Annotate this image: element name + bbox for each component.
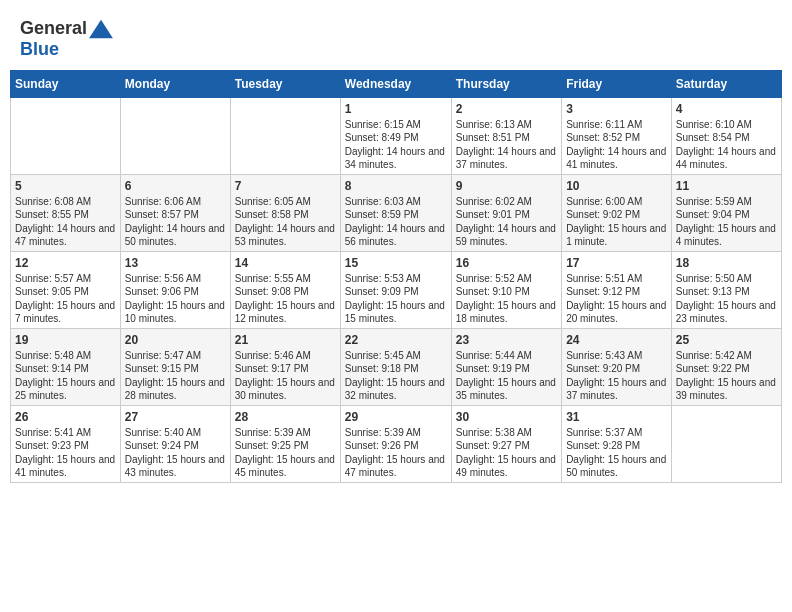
page-header: GeneralBlue bbox=[10, 10, 782, 66]
weekday-header-wednesday: Wednesday bbox=[340, 70, 451, 97]
calendar-cell: 15Sunrise: 5:53 AM Sunset: 9:09 PM Dayli… bbox=[340, 251, 451, 328]
day-number: 2 bbox=[456, 102, 557, 116]
day-info: Sunrise: 6:03 AM Sunset: 8:59 PM Dayligh… bbox=[345, 195, 447, 249]
calendar-cell bbox=[230, 97, 340, 174]
day-info: Sunrise: 5:47 AM Sunset: 9:15 PM Dayligh… bbox=[125, 349, 226, 403]
weekday-header-monday: Monday bbox=[120, 70, 230, 97]
calendar-cell: 5Sunrise: 6:08 AM Sunset: 8:55 PM Daylig… bbox=[11, 174, 121, 251]
weekday-header-sunday: Sunday bbox=[11, 70, 121, 97]
calendar-cell: 14Sunrise: 5:55 AM Sunset: 9:08 PM Dayli… bbox=[230, 251, 340, 328]
svg-marker-0 bbox=[89, 20, 113, 38]
calendar-week-row: 12Sunrise: 5:57 AM Sunset: 9:05 PM Dayli… bbox=[11, 251, 782, 328]
day-number: 6 bbox=[125, 179, 226, 193]
day-info: Sunrise: 5:42 AM Sunset: 9:22 PM Dayligh… bbox=[676, 349, 777, 403]
day-number: 23 bbox=[456, 333, 557, 347]
calendar-cell: 2Sunrise: 6:13 AM Sunset: 8:51 PM Daylig… bbox=[451, 97, 561, 174]
calendar-cell: 3Sunrise: 6:11 AM Sunset: 8:52 PM Daylig… bbox=[562, 97, 672, 174]
day-info: Sunrise: 6:06 AM Sunset: 8:57 PM Dayligh… bbox=[125, 195, 226, 249]
calendar-cell: 13Sunrise: 5:56 AM Sunset: 9:06 PM Dayli… bbox=[120, 251, 230, 328]
calendar-cell: 31Sunrise: 5:37 AM Sunset: 9:28 PM Dayli… bbox=[562, 405, 672, 482]
logo-icon bbox=[87, 18, 115, 40]
calendar-cell: 30Sunrise: 5:38 AM Sunset: 9:27 PM Dayli… bbox=[451, 405, 561, 482]
calendar-cell: 1Sunrise: 6:15 AM Sunset: 8:49 PM Daylig… bbox=[340, 97, 451, 174]
day-number: 5 bbox=[15, 179, 116, 193]
day-info: Sunrise: 5:56 AM Sunset: 9:06 PM Dayligh… bbox=[125, 272, 226, 326]
day-number: 26 bbox=[15, 410, 116, 424]
calendar-cell: 21Sunrise: 5:46 AM Sunset: 9:17 PM Dayli… bbox=[230, 328, 340, 405]
day-number: 27 bbox=[125, 410, 226, 424]
weekday-header-saturday: Saturday bbox=[671, 70, 781, 97]
day-info: Sunrise: 6:08 AM Sunset: 8:55 PM Dayligh… bbox=[15, 195, 116, 249]
calendar-cell: 22Sunrise: 5:45 AM Sunset: 9:18 PM Dayli… bbox=[340, 328, 451, 405]
day-info: Sunrise: 5:39 AM Sunset: 9:26 PM Dayligh… bbox=[345, 426, 447, 480]
calendar-cell: 29Sunrise: 5:39 AM Sunset: 9:26 PM Dayli… bbox=[340, 405, 451, 482]
weekday-header-row: SundayMondayTuesdayWednesdayThursdayFrid… bbox=[11, 70, 782, 97]
calendar-cell bbox=[11, 97, 121, 174]
calendar-week-row: 1Sunrise: 6:15 AM Sunset: 8:49 PM Daylig… bbox=[11, 97, 782, 174]
day-info: Sunrise: 5:38 AM Sunset: 9:27 PM Dayligh… bbox=[456, 426, 557, 480]
calendar-cell: 18Sunrise: 5:50 AM Sunset: 9:13 PM Dayli… bbox=[671, 251, 781, 328]
day-number: 17 bbox=[566, 256, 667, 270]
day-number: 30 bbox=[456, 410, 557, 424]
day-number: 11 bbox=[676, 179, 777, 193]
calendar-cell: 8Sunrise: 6:03 AM Sunset: 8:59 PM Daylig… bbox=[340, 174, 451, 251]
day-info: Sunrise: 5:50 AM Sunset: 9:13 PM Dayligh… bbox=[676, 272, 777, 326]
calendar-cell: 27Sunrise: 5:40 AM Sunset: 9:24 PM Dayli… bbox=[120, 405, 230, 482]
weekday-header-friday: Friday bbox=[562, 70, 672, 97]
calendar-cell: 7Sunrise: 6:05 AM Sunset: 8:58 PM Daylig… bbox=[230, 174, 340, 251]
day-number: 22 bbox=[345, 333, 447, 347]
day-number: 15 bbox=[345, 256, 447, 270]
day-info: Sunrise: 5:51 AM Sunset: 9:12 PM Dayligh… bbox=[566, 272, 667, 326]
calendar-cell bbox=[671, 405, 781, 482]
calendar-week-row: 19Sunrise: 5:48 AM Sunset: 9:14 PM Dayli… bbox=[11, 328, 782, 405]
calendar-cell: 9Sunrise: 6:02 AM Sunset: 9:01 PM Daylig… bbox=[451, 174, 561, 251]
day-info: Sunrise: 5:37 AM Sunset: 9:28 PM Dayligh… bbox=[566, 426, 667, 480]
calendar-week-row: 5Sunrise: 6:08 AM Sunset: 8:55 PM Daylig… bbox=[11, 174, 782, 251]
calendar-cell: 4Sunrise: 6:10 AM Sunset: 8:54 PM Daylig… bbox=[671, 97, 781, 174]
day-info: Sunrise: 6:13 AM Sunset: 8:51 PM Dayligh… bbox=[456, 118, 557, 172]
day-number: 24 bbox=[566, 333, 667, 347]
day-number: 10 bbox=[566, 179, 667, 193]
calendar-week-row: 26Sunrise: 5:41 AM Sunset: 9:23 PM Dayli… bbox=[11, 405, 782, 482]
day-number: 31 bbox=[566, 410, 667, 424]
calendar-cell: 20Sunrise: 5:47 AM Sunset: 9:15 PM Dayli… bbox=[120, 328, 230, 405]
day-number: 7 bbox=[235, 179, 336, 193]
day-info: Sunrise: 5:41 AM Sunset: 9:23 PM Dayligh… bbox=[15, 426, 116, 480]
day-number: 9 bbox=[456, 179, 557, 193]
calendar-table: SundayMondayTuesdayWednesdayThursdayFrid… bbox=[10, 70, 782, 483]
calendar-cell: 12Sunrise: 5:57 AM Sunset: 9:05 PM Dayli… bbox=[11, 251, 121, 328]
day-number: 29 bbox=[345, 410, 447, 424]
day-number: 1 bbox=[345, 102, 447, 116]
day-number: 8 bbox=[345, 179, 447, 193]
day-info: Sunrise: 5:48 AM Sunset: 9:14 PM Dayligh… bbox=[15, 349, 116, 403]
day-number: 13 bbox=[125, 256, 226, 270]
day-info: Sunrise: 6:00 AM Sunset: 9:02 PM Dayligh… bbox=[566, 195, 667, 249]
logo-general-text: General bbox=[20, 19, 87, 39]
calendar-cell: 26Sunrise: 5:41 AM Sunset: 9:23 PM Dayli… bbox=[11, 405, 121, 482]
weekday-header-tuesday: Tuesday bbox=[230, 70, 340, 97]
day-info: Sunrise: 6:10 AM Sunset: 8:54 PM Dayligh… bbox=[676, 118, 777, 172]
day-number: 21 bbox=[235, 333, 336, 347]
calendar-cell: 11Sunrise: 5:59 AM Sunset: 9:04 PM Dayli… bbox=[671, 174, 781, 251]
weekday-header-thursday: Thursday bbox=[451, 70, 561, 97]
day-number: 28 bbox=[235, 410, 336, 424]
calendar-cell: 25Sunrise: 5:42 AM Sunset: 9:22 PM Dayli… bbox=[671, 328, 781, 405]
day-info: Sunrise: 6:11 AM Sunset: 8:52 PM Dayligh… bbox=[566, 118, 667, 172]
day-info: Sunrise: 5:46 AM Sunset: 9:17 PM Dayligh… bbox=[235, 349, 336, 403]
day-number: 25 bbox=[676, 333, 777, 347]
day-info: Sunrise: 6:02 AM Sunset: 9:01 PM Dayligh… bbox=[456, 195, 557, 249]
day-number: 12 bbox=[15, 256, 116, 270]
day-number: 19 bbox=[15, 333, 116, 347]
day-number: 20 bbox=[125, 333, 226, 347]
calendar-cell: 6Sunrise: 6:06 AM Sunset: 8:57 PM Daylig… bbox=[120, 174, 230, 251]
day-info: Sunrise: 5:55 AM Sunset: 9:08 PM Dayligh… bbox=[235, 272, 336, 326]
calendar-cell bbox=[120, 97, 230, 174]
day-info: Sunrise: 5:53 AM Sunset: 9:09 PM Dayligh… bbox=[345, 272, 447, 326]
calendar-cell: 28Sunrise: 5:39 AM Sunset: 9:25 PM Dayli… bbox=[230, 405, 340, 482]
calendar-cell: 23Sunrise: 5:44 AM Sunset: 9:19 PM Dayli… bbox=[451, 328, 561, 405]
day-info: Sunrise: 6:05 AM Sunset: 8:58 PM Dayligh… bbox=[235, 195, 336, 249]
day-number: 3 bbox=[566, 102, 667, 116]
day-info: Sunrise: 5:39 AM Sunset: 9:25 PM Dayligh… bbox=[235, 426, 336, 480]
day-number: 16 bbox=[456, 256, 557, 270]
day-info: Sunrise: 6:15 AM Sunset: 8:49 PM Dayligh… bbox=[345, 118, 447, 172]
